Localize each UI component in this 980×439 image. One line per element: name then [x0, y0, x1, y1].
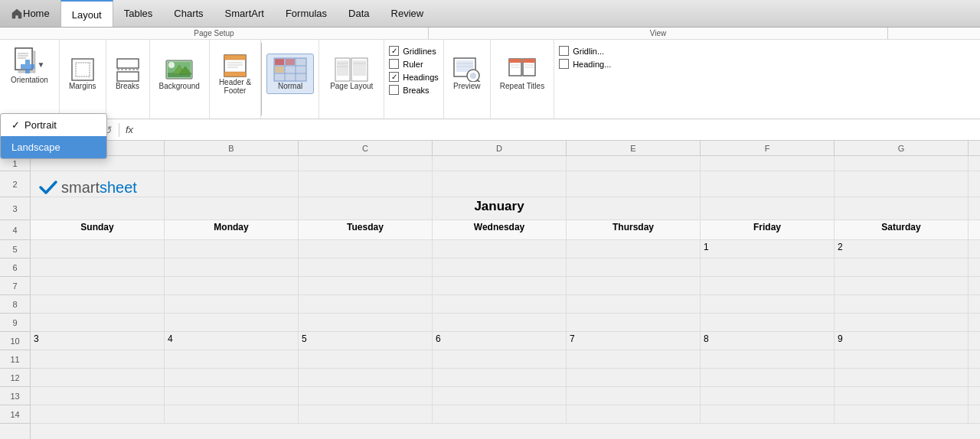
cell-b10[interactable]: 4 [165, 332, 299, 350]
cell-c4-tuesday[interactable]: Tuesday [299, 220, 433, 239]
cell-d11[interactable] [433, 350, 567, 368]
portrait-option[interactable]: ✓ Portrait [1, 114, 106, 136]
cell-d8[interactable] [433, 295, 567, 313]
cell-c2[interactable] [299, 171, 433, 197]
cell-e13[interactable] [567, 387, 701, 405]
cell-b3[interactable] [165, 197, 299, 220]
breaks-view-checkbox[interactable]: Breaks [389, 85, 429, 95]
cell-e10[interactable]: 7 [567, 332, 701, 350]
cell-d13[interactable] [433, 387, 567, 405]
cell-c12[interactable] [299, 369, 433, 386]
cell-a8[interactable] [31, 295, 165, 313]
cell-a11[interactable] [31, 350, 165, 368]
cell-f12[interactable] [701, 369, 835, 386]
cell-a9[interactable] [31, 314, 165, 331]
cell-b14[interactable] [165, 405, 299, 423]
cell-a14[interactable] [31, 405, 165, 423]
cell-g5[interactable]: 2 [835, 240, 969, 258]
cell-f2[interactable] [701, 171, 835, 197]
cell-g6[interactable] [835, 259, 969, 276]
cell-c11[interactable] [299, 350, 433, 368]
cell-f10[interactable]: 8 [701, 332, 835, 350]
cell-b13[interactable] [165, 387, 299, 405]
cell-c5[interactable] [299, 240, 433, 258]
cell-d5[interactable] [433, 240, 567, 258]
cell-c9[interactable] [299, 314, 433, 331]
cell-a5[interactable] [31, 240, 165, 258]
menu-item-formulas[interactable]: Formulas [275, 0, 338, 27]
cell-f3[interactable] [701, 197, 835, 220]
cell-f5[interactable]: 1 [701, 240, 835, 258]
cell-f11[interactable] [701, 350, 835, 368]
cell-f14[interactable] [701, 405, 835, 423]
cell-g8[interactable] [835, 295, 969, 313]
cell-c6[interactable] [299, 259, 433, 276]
cell-e2[interactable] [567, 171, 701, 197]
cell-g7[interactable] [835, 277, 969, 294]
cell-e9[interactable] [567, 314, 701, 331]
menu-item-smartart[interactable]: SmartArt [214, 0, 275, 27]
cell-g1[interactable] [835, 156, 969, 171]
cell-a6[interactable] [31, 259, 165, 276]
gridlines-right-checkbox[interactable]: Gridlin... [559, 46, 604, 56]
formula-input[interactable] [139, 123, 977, 137]
cell-f9[interactable] [701, 314, 835, 331]
cell-b9[interactable] [165, 314, 299, 331]
breaks-button[interactable]: Breaks [111, 54, 145, 93]
ruler-checkbox[interactable]: Ruler [389, 59, 423, 69]
cell-a2[interactable]: smartsheet [31, 171, 165, 197]
cell-b2[interactable] [165, 171, 299, 197]
headings-right-checkbox[interactable]: Heading... [559, 59, 611, 69]
cell-d4-wednesday[interactable]: Wednesday [433, 220, 567, 239]
cell-c8[interactable] [299, 295, 433, 313]
cell-e12[interactable] [567, 369, 701, 386]
cell-e5[interactable] [567, 240, 701, 258]
cell-g10[interactable]: 9 [835, 332, 969, 350]
cell-c3[interactable] [299, 197, 433, 220]
cell-a10[interactable]: 3 [31, 332, 165, 350]
cell-b4-monday[interactable]: Monday [165, 220, 299, 239]
cell-g11[interactable] [835, 350, 969, 368]
cell-d9[interactable] [433, 314, 567, 331]
orientation-button[interactable]: ▼ Orientation [5, 44, 54, 87]
cell-e8[interactable] [567, 295, 701, 313]
menu-item-layout[interactable]: Layout [60, 0, 113, 27]
cell-c10[interactable]: 5 [299, 332, 433, 350]
cell-f6[interactable] [701, 259, 835, 276]
cell-f1[interactable] [701, 156, 835, 171]
cell-g12[interactable] [835, 369, 969, 386]
cell-f13[interactable] [701, 387, 835, 405]
cell-a13[interactable] [31, 387, 165, 405]
cell-d2[interactable] [433, 171, 567, 197]
cell-e14[interactable] [567, 405, 701, 423]
cell-b5[interactable] [165, 240, 299, 258]
cell-g4-saturday[interactable]: Saturday [835, 220, 969, 239]
cell-g9[interactable] [835, 314, 969, 331]
cell-e11[interactable] [567, 350, 701, 368]
cell-e7[interactable] [567, 277, 701, 294]
background-button[interactable]: Background [155, 54, 204, 93]
cell-f4-friday[interactable]: Friday [701, 220, 835, 239]
normal-button[interactable]: Normal [266, 54, 314, 94]
cell-d7[interactable] [433, 277, 567, 294]
cell-e3[interactable] [567, 197, 701, 220]
cell-a7[interactable] [31, 277, 165, 294]
cell-d3-january[interactable]: January [433, 197, 567, 220]
cell-c7[interactable] [299, 277, 433, 294]
cell-b8[interactable] [165, 295, 299, 313]
repeat-titles-button[interactable]: Repeat Titles [495, 54, 549, 93]
cell-g14[interactable] [835, 405, 969, 423]
cell-d1[interactable] [433, 156, 567, 171]
cell-e1[interactable] [567, 156, 701, 171]
margins-button[interactable]: Margins [64, 54, 101, 93]
cell-b1[interactable] [165, 156, 299, 171]
cell-d10[interactable]: 6 [433, 332, 567, 350]
cell-d12[interactable] [433, 369, 567, 386]
cell-c13[interactable] [299, 387, 433, 405]
page-layout-button[interactable]: Page Layout [324, 54, 379, 93]
menu-item-charts[interactable]: Charts [163, 0, 214, 27]
menu-item-tables[interactable]: Tables [113, 0, 164, 27]
cell-a4-sunday[interactable]: Sunday [31, 220, 165, 239]
cell-a12[interactable] [31, 369, 165, 386]
cell-b6[interactable] [165, 259, 299, 276]
